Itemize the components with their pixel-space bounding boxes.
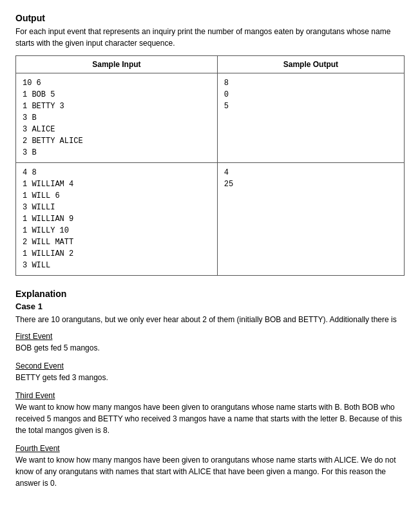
event-text: BOB gets fed 5 mangos. xyxy=(15,342,405,354)
explanation-section: Explanation Case 1 There are 10 oranguta… xyxy=(15,289,405,489)
sample-input-cell: 4 8 1 WILLIAM 4 1 WILL 6 3 WILLI 1 WILLI… xyxy=(16,163,218,276)
event-label: Fourth Event xyxy=(15,444,405,453)
event-text: We want to know how many mangos have bee… xyxy=(15,454,405,489)
event-text: We want to know how many mangos have bee… xyxy=(15,401,405,436)
case1-desc: There are 10 orangutans, but we only eve… xyxy=(15,314,405,325)
sample-output-cell: 4 25 xyxy=(217,163,404,276)
sample-output-cell: 8 0 5 xyxy=(217,73,404,163)
output-section: Output For each input event that represe… xyxy=(15,13,405,276)
sample-input-cell: 10 6 1 BOB 5 1 BETTY 3 3 B 3 ALICE 2 BET… xyxy=(16,73,218,163)
event-block: Fourth EventWe want to know how many man… xyxy=(15,444,405,489)
case1-label: Case 1 xyxy=(15,302,405,311)
sample-table: Sample Input Sample Output 10 6 1 BOB 5 … xyxy=(15,55,405,276)
output-description: For each input event that represents an … xyxy=(15,26,405,49)
col1-header: Sample Input xyxy=(16,56,218,73)
table-row: 10 6 1 BOB 5 1 BETTY 3 3 B 3 ALICE 2 BET… xyxy=(16,73,405,163)
event-text: BETTY gets fed 3 mangos. xyxy=(15,372,405,383)
event-block: First EventBOB gets fed 5 mangos. xyxy=(15,332,405,354)
table-row: 4 8 1 WILLIAM 4 1 WILL 6 3 WILLI 1 WILLI… xyxy=(16,163,405,276)
event-label: Second Event xyxy=(15,361,405,370)
event-block: Second EventBETTY gets fed 3 mangos. xyxy=(15,361,405,383)
event-label: Third Event xyxy=(15,391,405,400)
explanation-title: Explanation xyxy=(15,289,405,299)
output-title: Output xyxy=(15,13,405,23)
event-block: Third EventWe want to know how many mang… xyxy=(15,391,405,436)
event-label: First Event xyxy=(15,332,405,341)
col2-header: Sample Output xyxy=(217,56,404,73)
